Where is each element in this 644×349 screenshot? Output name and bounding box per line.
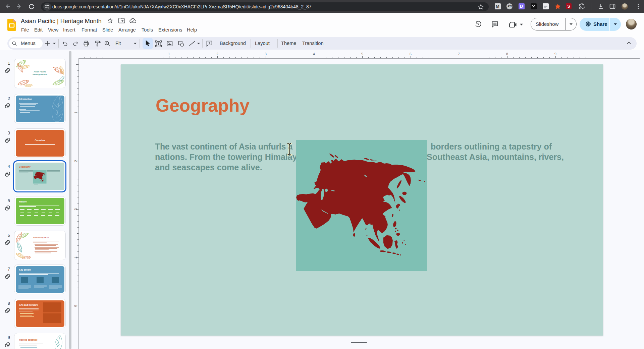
svg-text:Asian Pacific: Asian Pacific — [34, 71, 46, 73]
svg-text:History: History — [19, 200, 27, 203]
svg-text:Overview: Overview — [35, 139, 45, 141]
svg-text:Heritage Month: Heritage Month — [33, 73, 47, 75]
svg-text:Geography: Geography — [19, 166, 31, 168]
svg-text:Arts and literature: Arts and literature — [19, 304, 38, 306]
svg-text:Key people: Key people — [19, 269, 31, 271]
svg-text:How we celebrate: How we celebrate — [19, 339, 38, 341]
svg-text:Introduction: Introduction — [19, 98, 32, 100]
svg-text:Interesting facts: Interesting facts — [33, 236, 49, 238]
